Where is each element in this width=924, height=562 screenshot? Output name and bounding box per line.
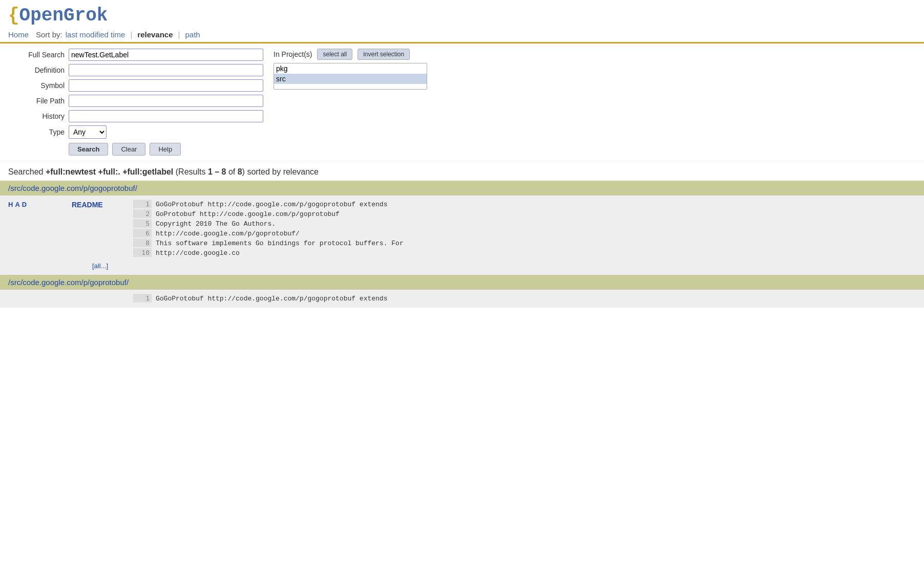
- result-file-name-2: [72, 294, 133, 295]
- result-file-row-2: 1 GoGoProtobuf http://code.google.com/p/…: [0, 292, 924, 306]
- clear-button[interactable]: Clear: [112, 143, 145, 156]
- result-all-link-1: [all...]: [0, 260, 924, 273]
- result-group-header-2: /src/code.google.com/p/goprotobuf/: [0, 275, 924, 290]
- result-line-1-4: 6 http://code.google.com/p/goprotobuf/: [133, 229, 924, 237]
- line-num-1-4: 6: [133, 229, 152, 237]
- search-form: Full Search Definition Symbol File Path …: [0, 44, 924, 161]
- type-row: Type Any C Go Java Python: [8, 125, 263, 139]
- result-group-1: /src/code.google.com/p/gogoprotobuf/ H A…: [0, 181, 924, 275]
- search-left: Full Search Definition Symbol File Path …: [8, 49, 263, 156]
- history-input[interactable]: [69, 110, 263, 122]
- logo: {OpenGrok: [8, 5, 916, 26]
- results-range: 1 – 8: [208, 167, 226, 176]
- result-line-1-5: 8 This software implements Go bindings f…: [133, 239, 924, 247]
- result-lines-1: 1 GoGoProtobuf http://code.google.com/p/…: [133, 200, 924, 258]
- project-option-pkg[interactable]: pkg: [274, 63, 427, 74]
- line-num-1-6: 10: [133, 248, 152, 257]
- project-option-src[interactable]: src: [274, 74, 427, 84]
- full-search-row: Full Search: [8, 49, 263, 61]
- search-button[interactable]: Search: [69, 143, 108, 156]
- full-search-label: Full Search: [8, 51, 65, 59]
- result-all-anchor-1[interactable]: [all...]: [92, 262, 108, 270]
- search-buttons: Search Clear Help: [69, 143, 263, 156]
- sort-relevance[interactable]: relevance: [137, 30, 173, 39]
- separator-1: |: [130, 30, 132, 39]
- results-total: 8: [238, 167, 242, 176]
- nav-home[interactable]: Home: [8, 30, 29, 39]
- line-content-1-4: http://code.google.com/p/goprotobuf/: [156, 230, 300, 237]
- help-button[interactable]: Help: [150, 143, 181, 156]
- result-action-a-1[interactable]: A: [15, 201, 19, 208]
- search-right: In Project(s) select all invert selectio…: [274, 49, 437, 156]
- history-row: History: [8, 110, 263, 122]
- result-file-row-1: H A D README 1 GoGoProtobuf http://code.…: [0, 198, 924, 260]
- type-select[interactable]: Any C Go Java Python: [69, 125, 107, 139]
- symbol-label: Symbol: [8, 81, 65, 90]
- line-num-1-1: 1: [133, 200, 152, 208]
- result-body-2: 1 GoGoProtobuf http://code.google.com/p/…: [0, 290, 924, 308]
- logo-name: OpenGrok: [19, 5, 108, 26]
- result-group-path-2[interactable]: /src/code.google.com/p/goprotobuf/: [8, 278, 129, 287]
- result-file-actions-1: H A D: [0, 200, 72, 208]
- result-groups: /src/code.google.com/p/gogoprotobuf/ H A…: [0, 181, 924, 308]
- history-label: History: [8, 112, 65, 120]
- result-line-1-6: 10 http://code.google.co: [133, 248, 924, 257]
- result-line-1-2: 2 GoProtobuf http://code.google.com/p/go…: [133, 209, 924, 218]
- results-of: of: [226, 167, 237, 176]
- result-lines-2: 1 GoGoProtobuf http://code.google.com/p/…: [133, 294, 924, 304]
- result-line-2-1: 1 GoGoProtobuf http://code.google.com/p/…: [133, 294, 924, 302]
- result-line-1-1: 1 GoGoProtobuf http://code.google.com/p/…: [133, 200, 924, 208]
- file-path-row: File Path: [8, 95, 263, 107]
- result-action-d-1[interactable]: D: [22, 201, 27, 208]
- result-group-2: /src/code.google.com/p/goprotobuf/ 1 GoG…: [0, 275, 924, 308]
- symbol-input[interactable]: [69, 79, 263, 92]
- project-header: In Project(s) select all invert selectio…: [274, 49, 437, 60]
- line-content-1-3: Copyright 2010 The Go Authors.: [156, 220, 276, 228]
- result-body-1: H A D README 1 GoGoProtobuf http://code.…: [0, 196, 924, 275]
- results-query: +full:newtest +full:. +full:getlabel: [46, 167, 173, 176]
- separator-2: |: [178, 30, 180, 39]
- result-action-h-1[interactable]: H: [8, 201, 13, 208]
- file-path-input[interactable]: [69, 95, 263, 107]
- line-num-1-2: 2: [133, 209, 152, 218]
- select-all-button[interactable]: select all: [317, 49, 352, 60]
- line-content-1-1: GoGoProtobuf http://code.google.com/p/go…: [156, 201, 387, 208]
- file-path-label: File Path: [8, 97, 65, 105]
- result-file-actions-2: [0, 294, 72, 295]
- type-label: Type: [8, 128, 65, 136]
- symbol-row: Symbol: [8, 79, 263, 92]
- project-label: In Project(s): [274, 50, 312, 58]
- result-group-header-1: /src/code.google.com/p/gogoprotobuf/: [0, 181, 924, 196]
- header: {OpenGrok Home Sort by: last modified ti…: [0, 0, 924, 44]
- navbar: Home Sort by: last modified time | relev…: [8, 26, 916, 42]
- definition-input[interactable]: [69, 64, 263, 76]
- result-filename-link-1[interactable]: README: [72, 201, 103, 209]
- definition-label: Definition: [8, 66, 65, 74]
- definition-row: Definition: [8, 64, 263, 76]
- line-num-1-3: 5: [133, 219, 152, 228]
- line-content-1-5: This software implements Go bindings for…: [156, 240, 404, 247]
- project-list[interactable]: pkg src: [274, 63, 427, 90]
- results-summary: Searched +full:newtest +full:. +full:get…: [0, 161, 924, 181]
- sort-last-modified[interactable]: last modified time: [66, 30, 125, 39]
- result-group-path-1[interactable]: /src/code.google.com/p/gogoprotobuf/: [8, 184, 137, 192]
- result-file-name-1: README: [72, 200, 133, 209]
- line-num-2-1: 1: [133, 294, 152, 302]
- invert-selection-button[interactable]: invert selection: [358, 49, 410, 60]
- results-middle: (Results: [173, 167, 208, 176]
- results-suffix: ) sorted by relevance: [242, 167, 319, 176]
- logo-brace-open: {: [8, 5, 19, 26]
- line-content-2-1: GoGoProtobuf http://code.google.com/p/go…: [156, 295, 387, 302]
- sort-path[interactable]: path: [185, 30, 200, 39]
- result-line-1-3: 5 Copyright 2010 The Go Authors.: [133, 219, 924, 228]
- full-search-input[interactable]: [69, 49, 263, 61]
- sort-label: Sort by:: [36, 30, 62, 39]
- line-content-1-2: GoProtobuf http://code.google.com/p/gopr…: [156, 210, 340, 218]
- line-num-1-5: 8: [133, 239, 152, 247]
- line-content-1-6: http://code.google.co: [156, 249, 240, 257]
- results-prefix: Searched: [8, 167, 46, 176]
